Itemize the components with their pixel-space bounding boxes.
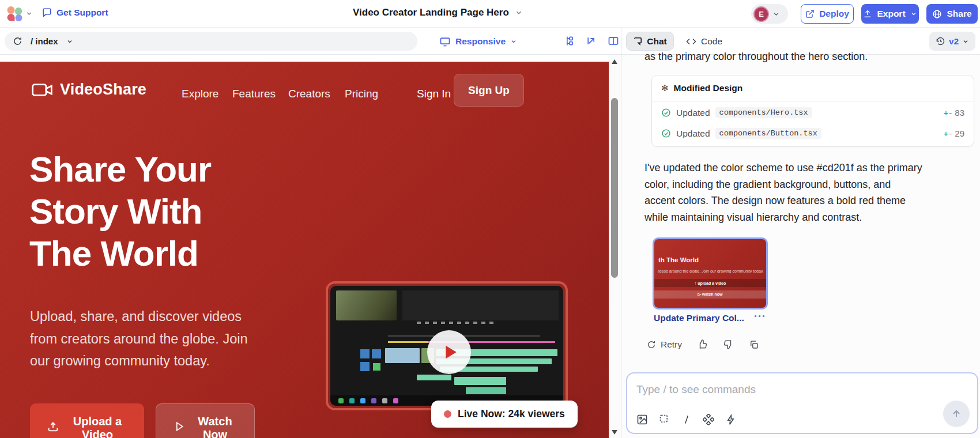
watch-now-button[interactable]: Watch Now — [156, 403, 255, 438]
version-menu-dots[interactable]: ··· — [754, 311, 766, 323]
scroll-down-arrow-icon[interactable] — [612, 430, 617, 435]
account-menu[interactable]: E — [751, 4, 788, 24]
scroll-up-arrow-icon[interactable] — [612, 59, 617, 64]
diff-count: + - 83 — [944, 108, 964, 118]
workspace-chevron-down-icon[interactable] — [25, 10, 33, 17]
export-chevron-down-icon — [910, 10, 917, 17]
slash-command-icon[interactable] — [681, 414, 692, 425]
get-support-label: Get Support — [56, 7, 108, 18]
upload-video-button[interactable]: Upload a Video — [30, 403, 144, 438]
component-tree-icon[interactable] — [564, 35, 575, 47]
retry-button[interactable]: Retry — [647, 339, 682, 350]
chat-composer[interactable] — [626, 372, 978, 434]
app-window: Get Support Video Creator Landing Page H… — [0, 0, 980, 438]
export-button[interactable]: Export — [861, 4, 919, 24]
nav-features[interactable]: Features — [232, 88, 276, 100]
upload-video-label: Upload a Video — [67, 415, 127, 438]
project-title-row[interactable]: Video Creator Landing Page Hero — [353, 7, 523, 18]
url-chevron-down-icon[interactable] — [66, 38, 73, 45]
get-support-link[interactable]: Get Support — [42, 7, 108, 18]
chat-panel: as the primary color throughout the hero… — [621, 55, 980, 438]
chat-tab-label: Chat — [647, 36, 666, 47]
chat-bubble-icon — [633, 36, 643, 46]
copy-icon[interactable] — [749, 339, 759, 350]
export-label: Export — [877, 9, 905, 19]
version-selector[interactable]: v2 — [929, 32, 975, 51]
nav-pricing[interactable]: Pricing — [345, 88, 378, 100]
tab-chat[interactable]: Chat — [626, 32, 674, 51]
mini-watch-bar: ▷ watch now — [654, 290, 766, 299]
app-header: Get Support Video Creator Landing Page H… — [0, 0, 980, 28]
open-in-new-icon[interactable] — [586, 35, 597, 47]
check-circle-icon — [661, 108, 671, 118]
scrollbar-thumb[interactable] — [611, 98, 618, 278]
videoshare-brand[interactable]: VideoShare — [31, 81, 146, 99]
thumbs-down-icon[interactable] — [723, 339, 734, 350]
retry-refresh-icon — [647, 340, 656, 349]
page-title: Video Creator Landing Page Hero — [353, 7, 509, 18]
sign-up-label: Sign Up — [468, 84, 510, 97]
brand-name: VideoShare — [60, 81, 146, 99]
composer-toolbar — [636, 414, 736, 425]
version-caption-link[interactable]: Update Primary Col... — [654, 313, 744, 323]
responsive-chevron-down-icon — [510, 38, 517, 45]
title-chevron-down-icon — [515, 9, 523, 17]
nav-creators[interactable]: Creators — [288, 88, 330, 100]
tab-code[interactable]: Code — [686, 32, 722, 51]
url-path: / index — [31, 36, 58, 46]
hero-headline: Share Your Story With The World — [29, 148, 211, 274]
live-now-badge: Live Now: 24k viewers — [431, 401, 578, 428]
bolt-icon[interactable] — [725, 414, 736, 425]
file-path-chip: components/Hero.tsx — [715, 107, 812, 118]
watch-now-label: Watch Now — [193, 415, 237, 438]
support-bubble-icon — [42, 7, 52, 18]
version-chevron-down-icon — [962, 38, 969, 45]
send-button[interactable] — [943, 401, 970, 427]
integrations-icon[interactable] — [703, 414, 714, 425]
share-button[interactable]: Share — [926, 4, 978, 24]
sign-in-link[interactable]: Sign In — [417, 88, 451, 100]
modified-design-card: ✻ Modified Design Updated components/Her… — [651, 75, 974, 147]
sign-up-button[interactable]: Sign Up — [454, 74, 524, 107]
sparkle-icon: ✻ — [661, 83, 669, 93]
file-change-row[interactable]: Updated components/Button.tsx + - 29 — [652, 124, 974, 143]
file-path-chip: components/Button.tsx — [715, 128, 821, 139]
image-icon[interactable] — [636, 414, 648, 425]
chat-input[interactable] — [636, 380, 959, 399]
hero-section: VideoShare Explore Features Creators Pri… — [0, 62, 609, 438]
video-camera-icon — [31, 82, 53, 98]
responsive-selector[interactable]: Responsive — [439, 32, 517, 51]
code-tab-label: Code — [701, 36, 722, 47]
play-outline-icon — [174, 421, 185, 432]
preview-scrollbar[interactable] — [609, 55, 621, 438]
split-view-icon[interactable] — [608, 35, 619, 47]
url-bar[interactable]: / index — [5, 32, 417, 51]
retry-label: Retry — [661, 339, 682, 350]
version-label: v2 — [949, 36, 959, 47]
upload-tray-icon — [47, 420, 59, 433]
version-thumbnail[interactable]: th The World ideos around the globe. Joi… — [653, 237, 768, 309]
responsive-label: Responsive — [455, 36, 506, 47]
select-area-icon[interactable] — [659, 414, 670, 425]
live-now-label: Live Now: 24k viewers — [458, 408, 565, 420]
live-dot-icon — [444, 410, 451, 418]
nav-explore[interactable]: Explore — [182, 88, 218, 100]
play-button[interactable] — [427, 330, 471, 374]
mini-subtext: ideos around the globe. Join our growing… — [658, 269, 768, 273]
refresh-icon[interactable] — [13, 36, 22, 46]
check-circle-icon — [661, 129, 671, 138]
monitor-icon — [439, 36, 451, 47]
avatar: E — [753, 6, 769, 22]
upload-icon — [863, 9, 872, 18]
diff-count: + - 29 — [944, 129, 964, 138]
app-logo[interactable] — [6, 5, 23, 22]
mini-headline: th The World — [658, 256, 699, 263]
deploy-button[interactable]: Deploy — [801, 4, 854, 24]
hero-video-card — [326, 281, 568, 410]
external-link-icon — [805, 9, 815, 18]
file-change-row[interactable]: Updated components/Hero.tsx + - 83 — [652, 103, 974, 122]
thumbs-up-icon[interactable] — [697, 339, 708, 350]
modified-design-title: Modified Design — [674, 83, 743, 93]
hero-subtext: Upload, share, and discover videos from … — [30, 305, 248, 372]
avatar-chevron-down-icon — [772, 10, 780, 18]
